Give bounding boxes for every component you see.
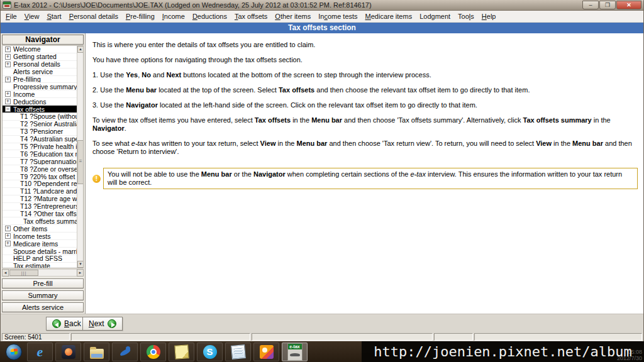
nav-item-pre-filling[interactable]: +Pre-filling bbox=[3, 76, 77, 84]
nav-item-label: T10 ?Dependent relative bbox=[20, 180, 77, 187]
collapse-minus-icon[interactable]: − bbox=[5, 106, 11, 112]
nav-item-t10-dependent-relative[interactable]: T10 ?Dependent relative bbox=[3, 180, 77, 188]
menu-help[interactable]: Help bbox=[478, 11, 500, 22]
summary-button[interactable]: Summary bbox=[2, 290, 84, 300]
expand-plus-icon[interactable]: + bbox=[5, 91, 11, 97]
scrollbar-thumb[interactable] bbox=[77, 140, 84, 184]
scroll-down-icon[interactable]: ▼ bbox=[77, 261, 84, 268]
expand-plus-icon[interactable]: + bbox=[5, 77, 11, 82]
nav-item-label: Getting started bbox=[13, 53, 57, 60]
notepad-icon bbox=[231, 344, 246, 359]
expand-plus-icon[interactable]: + bbox=[5, 233, 11, 239]
expand-plus-icon[interactable]: + bbox=[5, 99, 11, 104]
nav-item-personal-details[interactable]: +Personal details bbox=[3, 61, 77, 69]
expand-plus-icon[interactable]: + bbox=[5, 54, 11, 60]
expand-plus-icon[interactable]: + bbox=[5, 241, 11, 246]
h-scrollbar-thumb[interactable]: ||| bbox=[9, 270, 38, 276]
menu-tools[interactable]: Tools bbox=[454, 11, 478, 22]
next-button[interactable]: Next bbox=[82, 317, 123, 331]
nav-item-t6-education-tax-refund[interactable]: T6 ?Education tax refund bbox=[3, 150, 77, 158]
nav-item-getting-started[interactable]: +Getting started bbox=[3, 53, 77, 61]
nav-item-income-tests[interactable]: +Income tests bbox=[3, 233, 77, 240]
nav-item-t9-20-tax-offset-on-ne[interactable]: T9 ?20% tax offset on ne bbox=[3, 173, 77, 180]
back-button[interactable]: Back bbox=[46, 317, 87, 331]
taskbar-e-tax-button[interactable]: e-tax bbox=[282, 343, 308, 361]
close-button[interactable]: ✕ bbox=[616, 1, 641, 9]
navigator-vertical-scrollbar[interactable]: ▲ ▼ bbox=[77, 46, 83, 268]
nav-item-other-items[interactable]: +Other items bbox=[3, 225, 77, 233]
nav-item-label: Welcome bbox=[13, 46, 41, 53]
nav-item-spouse-details-married-or-d[interactable]: Spouse details - married or d bbox=[3, 248, 77, 255]
expand-plus-icon[interactable]: + bbox=[5, 62, 11, 67]
nav-item-progressive-summary[interactable]: Progressive summary bbox=[3, 83, 77, 90]
nav-item-tax-offsets[interactable]: −Tax offsets bbox=[3, 106, 77, 113]
nav-item-t13-entrepreneurs-tax-of[interactable]: T13 ?Entrepreneurs tax of bbox=[3, 203, 77, 211]
nav-item-t11-landcare-and-water[interactable]: T11 ?Landcare and water bbox=[3, 188, 77, 195]
scroll-right-icon[interactable]: ► bbox=[77, 269, 84, 277]
nav-item-welcome[interactable]: +Welcome bbox=[3, 46, 77, 53]
menu-tax-offsets[interactable]: Tax offsets bbox=[231, 11, 271, 22]
nav-item-deductions[interactable]: +Deductions bbox=[3, 98, 77, 106]
alerts-service-button[interactable]: Alerts service bbox=[2, 302, 84, 312]
navigator-horizontal-scrollbar[interactable]: ◄ ||| ► bbox=[2, 269, 84, 277]
pre-fill-button[interactable]: Pre-fill bbox=[2, 278, 84, 288]
menu-income[interactable]: Income bbox=[158, 11, 189, 22]
menu-other-items[interactable]: Other items bbox=[271, 11, 314, 22]
title-bar[interactable]: E-tax 2012 - C:\Users\JOE\Documents\JOE.… bbox=[1, 0, 643, 11]
nav-item-label: Deductions bbox=[13, 98, 47, 105]
scroll-left-icon[interactable]: ◄ bbox=[2, 269, 9, 277]
nav-item-t14-other-tax-offsets[interactable]: T14 ?Other tax offsets bbox=[3, 211, 77, 218]
menu-medicare-items[interactable]: Medicare items bbox=[362, 11, 416, 22]
nav-item-t2-senior-australians[interactable]: T2 ?Senior Australians bbox=[3, 121, 77, 128]
menu-view[interactable]: View bbox=[21, 11, 43, 22]
nav-item-t3-pensioner[interactable]: T3 ?Pensioner bbox=[3, 128, 77, 136]
taskbar-internet-explorer-button[interactable]: e bbox=[27, 343, 53, 361]
taskbar-windows-start-button[interactable] bbox=[3, 343, 25, 361]
minimize-button[interactable]: – bbox=[582, 1, 599, 9]
back-arrow-icon bbox=[52, 319, 61, 328]
nav-item-medicare-items[interactable]: +Medicare items bbox=[3, 240, 77, 248]
menu-start[interactable]: Start bbox=[43, 11, 65, 22]
h-scroll-track[interactable]: ||| bbox=[9, 269, 77, 277]
content-area: This is where you enter the details of t… bbox=[85, 33, 643, 314]
content-paragraph-3: 1. Use the Yes, No and Next buttons loca… bbox=[92, 71, 638, 79]
nav-item-alerts-service[interactable]: Alerts service bbox=[3, 69, 77, 76]
maximize-button[interactable]: ❐ bbox=[599, 1, 616, 9]
nav-item-t7-superannuation-cont[interactable]: T7 ?Superannuation cont bbox=[3, 158, 77, 165]
nav-item-tax-estimate[interactable]: Tax estimate bbox=[3, 263, 77, 268]
nav-item-label: T11 ?Landcare and water bbox=[20, 188, 77, 195]
nav-item-t1-spouse-without-dep[interactable]: T1 ?Spouse (without dep bbox=[3, 113, 77, 121]
nav-item-t12-mature-age-worker[interactable]: T12 ?Mature age worker - bbox=[3, 195, 77, 203]
expand-plus-icon[interactable]: + bbox=[5, 47, 11, 52]
menu-file[interactable]: File bbox=[2, 11, 21, 22]
taskbar-media-player-button[interactable] bbox=[55, 343, 81, 361]
expand-plus-icon[interactable]: + bbox=[5, 226, 11, 231]
menu-pre-filling[interactable]: Pre-filling bbox=[122, 11, 158, 22]
nav-item-tax-offsets-summary[interactable]: Tax offsets summary bbox=[3, 217, 77, 225]
menu-income-tests[interactable]: Income tests bbox=[314, 11, 361, 22]
menu-lodgment[interactable]: Lodgment bbox=[416, 11, 454, 22]
nav-item-t5-private-health-insura[interactable]: T5 ?Private health insura bbox=[3, 143, 77, 151]
nav-item-income[interactable]: +Income bbox=[3, 90, 77, 98]
bottom-button-band: Back Next bbox=[1, 314, 643, 332]
nav-item-t4-australian-superann[interactable]: T4 ?Australian superann bbox=[3, 136, 77, 143]
nav-item-label: Personal details bbox=[13, 61, 60, 68]
scroll-up-icon[interactable]: ▲ bbox=[77, 46, 84, 53]
status-panel bbox=[71, 333, 250, 341]
taskbar-photo-viewer-button[interactable] bbox=[253, 343, 279, 361]
menu-personal-details[interactable]: Personal details bbox=[65, 11, 122, 22]
warning-row: ! You will not be able to use the Menu b… bbox=[92, 168, 638, 189]
taskbar-notepad-button[interactable] bbox=[225, 343, 251, 361]
nav-item-help-and-sfss[interactable]: HELP and SFSS bbox=[3, 255, 77, 263]
content-paragraph-1: This is where you enter the details of t… bbox=[92, 41, 638, 49]
nav-item-label: Spouse details - married or d bbox=[13, 248, 77, 255]
taskbar-file-explorer-button[interactable] bbox=[84, 343, 109, 361]
taskbar-skype-button[interactable]: S bbox=[197, 343, 223, 361]
menu-deductions[interactable]: Deductions bbox=[189, 11, 231, 22]
taskbar-chrome-button[interactable] bbox=[140, 343, 166, 361]
taskbar-sticky-notes-button[interactable] bbox=[169, 343, 194, 361]
nav-item-t8-zone-or-overseas-fo[interactable]: T8 ?Zone or overseas fo bbox=[3, 165, 77, 173]
taskbar-paint-figure-button[interactable] bbox=[112, 343, 138, 361]
nav-item-label: T12 ?Mature age worker - bbox=[20, 195, 77, 202]
status-panel bbox=[252, 333, 433, 341]
